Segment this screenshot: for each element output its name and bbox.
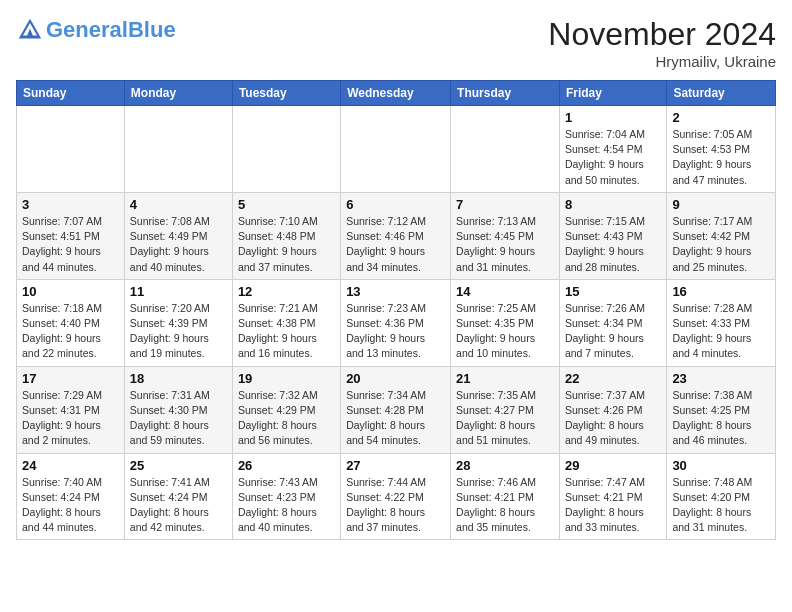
day-number: 23 — [672, 371, 770, 386]
logo-icon — [16, 16, 44, 44]
calendar-week-3: 10Sunrise: 7:18 AM Sunset: 4:40 PM Dayli… — [17, 279, 776, 366]
day-number: 17 — [22, 371, 119, 386]
day-number: 11 — [130, 284, 227, 299]
weekday-header-wednesday: Wednesday — [341, 81, 451, 106]
calendar-week-5: 24Sunrise: 7:40 AM Sunset: 4:24 PM Dayli… — [17, 453, 776, 540]
day-info: Sunrise: 7:17 AM Sunset: 4:42 PM Dayligh… — [672, 214, 770, 275]
day-number: 9 — [672, 197, 770, 212]
calendar-week-4: 17Sunrise: 7:29 AM Sunset: 4:31 PM Dayli… — [17, 366, 776, 453]
calendar-cell: 21Sunrise: 7:35 AM Sunset: 4:27 PM Dayli… — [451, 366, 560, 453]
calendar-cell: 7Sunrise: 7:13 AM Sunset: 4:45 PM Daylig… — [451, 192, 560, 279]
calendar: SundayMondayTuesdayWednesdayThursdayFrid… — [16, 80, 776, 540]
day-number: 19 — [238, 371, 335, 386]
calendar-cell — [17, 106, 125, 193]
calendar-cell: 23Sunrise: 7:38 AM Sunset: 4:25 PM Dayli… — [667, 366, 776, 453]
day-number: 29 — [565, 458, 661, 473]
day-info: Sunrise: 7:41 AM Sunset: 4:24 PM Dayligh… — [130, 475, 227, 536]
day-number: 20 — [346, 371, 445, 386]
day-info: Sunrise: 7:15 AM Sunset: 4:43 PM Dayligh… — [565, 214, 661, 275]
calendar-cell — [341, 106, 451, 193]
day-info: Sunrise: 7:46 AM Sunset: 4:21 PM Dayligh… — [456, 475, 554, 536]
day-number: 1 — [565, 110, 661, 125]
day-number: 18 — [130, 371, 227, 386]
calendar-cell: 27Sunrise: 7:44 AM Sunset: 4:22 PM Dayli… — [341, 453, 451, 540]
calendar-cell: 29Sunrise: 7:47 AM Sunset: 4:21 PM Dayli… — [559, 453, 666, 540]
calendar-cell: 24Sunrise: 7:40 AM Sunset: 4:24 PM Dayli… — [17, 453, 125, 540]
day-info: Sunrise: 7:40 AM Sunset: 4:24 PM Dayligh… — [22, 475, 119, 536]
day-info: Sunrise: 7:08 AM Sunset: 4:49 PM Dayligh… — [130, 214, 227, 275]
day-number: 22 — [565, 371, 661, 386]
calendar-cell: 10Sunrise: 7:18 AM Sunset: 4:40 PM Dayli… — [17, 279, 125, 366]
day-info: Sunrise: 7:18 AM Sunset: 4:40 PM Dayligh… — [22, 301, 119, 362]
day-info: Sunrise: 7:20 AM Sunset: 4:39 PM Dayligh… — [130, 301, 227, 362]
calendar-cell: 12Sunrise: 7:21 AM Sunset: 4:38 PM Dayli… — [232, 279, 340, 366]
day-info: Sunrise: 7:47 AM Sunset: 4:21 PM Dayligh… — [565, 475, 661, 536]
day-number: 16 — [672, 284, 770, 299]
calendar-week-1: 1Sunrise: 7:04 AM Sunset: 4:54 PM Daylig… — [17, 106, 776, 193]
day-info: Sunrise: 7:43 AM Sunset: 4:23 PM Dayligh… — [238, 475, 335, 536]
day-number: 2 — [672, 110, 770, 125]
calendar-cell: 15Sunrise: 7:26 AM Sunset: 4:34 PM Dayli… — [559, 279, 666, 366]
day-info: Sunrise: 7:21 AM Sunset: 4:38 PM Dayligh… — [238, 301, 335, 362]
day-number: 24 — [22, 458, 119, 473]
calendar-cell: 20Sunrise: 7:34 AM Sunset: 4:28 PM Dayli… — [341, 366, 451, 453]
day-number: 25 — [130, 458, 227, 473]
calendar-cell: 28Sunrise: 7:46 AM Sunset: 4:21 PM Dayli… — [451, 453, 560, 540]
header: GeneralBlue November 2024 Hrymailiv, Ukr… — [16, 16, 776, 70]
calendar-cell: 6Sunrise: 7:12 AM Sunset: 4:46 PM Daylig… — [341, 192, 451, 279]
day-number: 8 — [565, 197, 661, 212]
calendar-cell: 4Sunrise: 7:08 AM Sunset: 4:49 PM Daylig… — [124, 192, 232, 279]
day-info: Sunrise: 7:13 AM Sunset: 4:45 PM Dayligh… — [456, 214, 554, 275]
day-info: Sunrise: 7:10 AM Sunset: 4:48 PM Dayligh… — [238, 214, 335, 275]
day-number: 6 — [346, 197, 445, 212]
day-number: 5 — [238, 197, 335, 212]
calendar-body: 1Sunrise: 7:04 AM Sunset: 4:54 PM Daylig… — [17, 106, 776, 540]
logo-general: General — [46, 17, 128, 42]
logo-blue: Blue — [128, 17, 176, 42]
title-block: November 2024 Hrymailiv, Ukraine — [548, 16, 776, 70]
day-info: Sunrise: 7:25 AM Sunset: 4:35 PM Dayligh… — [456, 301, 554, 362]
day-info: Sunrise: 7:04 AM Sunset: 4:54 PM Dayligh… — [565, 127, 661, 188]
calendar-cell: 14Sunrise: 7:25 AM Sunset: 4:35 PM Dayli… — [451, 279, 560, 366]
day-info: Sunrise: 7:07 AM Sunset: 4:51 PM Dayligh… — [22, 214, 119, 275]
calendar-cell: 1Sunrise: 7:04 AM Sunset: 4:54 PM Daylig… — [559, 106, 666, 193]
day-info: Sunrise: 7:34 AM Sunset: 4:28 PM Dayligh… — [346, 388, 445, 449]
day-info: Sunrise: 7:35 AM Sunset: 4:27 PM Dayligh… — [456, 388, 554, 449]
day-info: Sunrise: 7:48 AM Sunset: 4:20 PM Dayligh… — [672, 475, 770, 536]
calendar-cell: 13Sunrise: 7:23 AM Sunset: 4:36 PM Dayli… — [341, 279, 451, 366]
day-number: 12 — [238, 284, 335, 299]
calendar-cell — [232, 106, 340, 193]
calendar-cell: 2Sunrise: 7:05 AM Sunset: 4:53 PM Daylig… — [667, 106, 776, 193]
day-number: 4 — [130, 197, 227, 212]
day-number: 26 — [238, 458, 335, 473]
day-number: 7 — [456, 197, 554, 212]
weekday-header-saturday: Saturday — [667, 81, 776, 106]
day-info: Sunrise: 7:32 AM Sunset: 4:29 PM Dayligh… — [238, 388, 335, 449]
calendar-cell: 19Sunrise: 7:32 AM Sunset: 4:29 PM Dayli… — [232, 366, 340, 453]
calendar-cell: 30Sunrise: 7:48 AM Sunset: 4:20 PM Dayli… — [667, 453, 776, 540]
day-number: 3 — [22, 197, 119, 212]
calendar-cell: 11Sunrise: 7:20 AM Sunset: 4:39 PM Dayli… — [124, 279, 232, 366]
day-info: Sunrise: 7:37 AM Sunset: 4:26 PM Dayligh… — [565, 388, 661, 449]
day-info: Sunrise: 7:26 AM Sunset: 4:34 PM Dayligh… — [565, 301, 661, 362]
day-info: Sunrise: 7:38 AM Sunset: 4:25 PM Dayligh… — [672, 388, 770, 449]
day-number: 10 — [22, 284, 119, 299]
day-number: 28 — [456, 458, 554, 473]
weekday-header-monday: Monday — [124, 81, 232, 106]
logo-text: GeneralBlue — [46, 18, 176, 42]
day-number: 27 — [346, 458, 445, 473]
day-info: Sunrise: 7:23 AM Sunset: 4:36 PM Dayligh… — [346, 301, 445, 362]
day-number: 21 — [456, 371, 554, 386]
page: GeneralBlue November 2024 Hrymailiv, Ukr… — [0, 0, 792, 550]
calendar-cell — [451, 106, 560, 193]
weekday-header-tuesday: Tuesday — [232, 81, 340, 106]
location-title: Hrymailiv, Ukraine — [548, 53, 776, 70]
calendar-cell: 17Sunrise: 7:29 AM Sunset: 4:31 PM Dayli… — [17, 366, 125, 453]
calendar-header: SundayMondayTuesdayWednesdayThursdayFrid… — [17, 81, 776, 106]
logo: GeneralBlue — [16, 16, 176, 44]
day-number: 15 — [565, 284, 661, 299]
calendar-cell: 25Sunrise: 7:41 AM Sunset: 4:24 PM Dayli… — [124, 453, 232, 540]
calendar-cell: 3Sunrise: 7:07 AM Sunset: 4:51 PM Daylig… — [17, 192, 125, 279]
day-info: Sunrise: 7:12 AM Sunset: 4:46 PM Dayligh… — [346, 214, 445, 275]
day-info: Sunrise: 7:28 AM Sunset: 4:33 PM Dayligh… — [672, 301, 770, 362]
